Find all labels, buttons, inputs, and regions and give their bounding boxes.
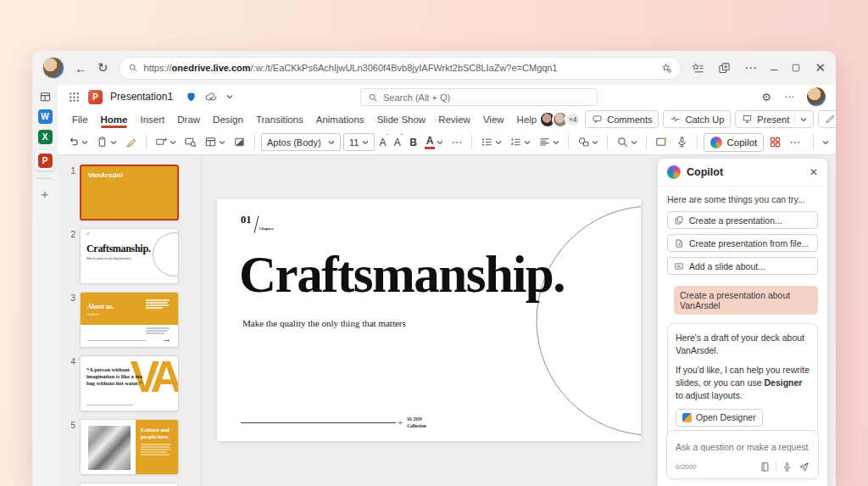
tab-help[interactable]: Help — [511, 112, 543, 127]
tab-groups-icon[interactable] — [718, 62, 731, 75]
presence-avatars[interactable]: +4 — [543, 111, 581, 128]
layout-button[interactable] — [202, 133, 228, 152]
align-icon — [538, 136, 551, 148]
designer-pane-button[interactable] — [766, 133, 784, 152]
tab-transitions[interactable]: Transitions — [250, 112, 309, 127]
browser-profile-avatar[interactable] — [42, 57, 64, 79]
new-slide-button[interactable] — [153, 133, 179, 152]
search-box[interactable] — [360, 88, 598, 106]
catch-up-pulse-icon — [670, 114, 681, 125]
present-button[interactable]: Present — [735, 110, 814, 128]
thumbnail-item-4[interactable]: 4 VA “A person without imagination is li… — [63, 355, 201, 411]
minimize-icon[interactable]: – — [771, 61, 777, 75]
prompt-guide-icon[interactable] — [760, 461, 771, 472]
designer-sparkle-icon — [655, 136, 668, 148]
font-size-select[interactable]: 11 — [343, 133, 375, 151]
copilot-input-box[interactable]: 0/2000 — [666, 430, 819, 479]
thumbnail-item-1[interactable]: 1 VanArsdel — [63, 165, 201, 221]
word-app-icon[interactable]: W — [38, 109, 53, 124]
back-icon[interactable]: ← — [75, 61, 87, 75]
rail-add-icon[interactable]: + — [42, 187, 49, 201]
settings-gear-icon[interactable]: ⚙ — [761, 91, 771, 103]
editing-mode-button[interactable]: Editing — [818, 110, 836, 128]
suggestion-create-from-file[interactable]: Create presentation from file... — [667, 234, 818, 252]
search-input[interactable] — [383, 92, 590, 103]
comments-button[interactable]: Comments — [585, 110, 659, 128]
thumbnail-slide-4[interactable]: VA “A person without imagination is like… — [80, 355, 179, 411]
tab-insert[interactable]: Insert — [134, 112, 170, 127]
shapes-button[interactable] — [575, 133, 601, 152]
thumbnail-slide-3[interactable]: About us. VanArsdel → — [80, 292, 179, 348]
thumbnail-item-2[interactable]: 2 01 Craftsmanship. Make the quality the… — [63, 228, 201, 284]
slide-subtitle[interactable]: Make the quality the only thing that mat… — [242, 318, 406, 328]
saved-to-cloud-icon[interactable] — [204, 91, 219, 103]
tab-design[interactable]: Design — [207, 112, 249, 127]
thumbnail-number: 1 — [63, 165, 75, 221]
collapse-ribbon-chevron-icon[interactable] — [822, 140, 829, 145]
ribbon-more-button[interactable]: ⋯ — [787, 136, 804, 148]
catch-up-button[interactable]: Catch Up — [663, 110, 731, 128]
suggestion-create-presentation[interactable]: Create a presentation... — [667, 211, 818, 229]
grow-font-button[interactable]: Aˆ — [377, 137, 389, 148]
thumbnail-item-3[interactable]: 3 About us. VanArsdel → — [63, 292, 201, 348]
find-button[interactable] — [614, 133, 640, 152]
address-bar[interactable]: https://onedrive.live.com/:w:/t/EaCKkPs6… — [119, 57, 682, 80]
thumbnail-slide-5[interactable]: Culture and people here. — [80, 419, 179, 475]
tab-home[interactable]: Home — [95, 112, 134, 127]
open-designer-button[interactable]: Open Designer — [676, 409, 763, 427]
copilot-prompt-input[interactable] — [676, 442, 810, 452]
suggestion-add-slide[interactable]: Add a slide about... — [667, 257, 818, 275]
favorite-star-icon[interactable] — [661, 63, 672, 74]
browser-more-icon[interactable]: ⋯ — [744, 60, 757, 75]
app-launcher-waffle-icon[interactable] — [68, 91, 81, 103]
slide-title[interactable]: Craftsmanship. — [239, 249, 565, 300]
presence-count-badge[interactable]: +4 — [565, 111, 581, 127]
tab-slideshow[interactable]: Slide Show — [371, 112, 432, 127]
tab-file[interactable]: File — [66, 112, 94, 127]
chapter-block[interactable]: 01 Chapter — [241, 214, 274, 233]
copilot-close-icon[interactable]: ✕ — [810, 166, 818, 178]
designer-button[interactable] — [653, 133, 670, 152]
refresh-icon[interactable]: ↻ — [97, 60, 108, 75]
close-window-icon[interactable]: ✕ — [815, 60, 826, 75]
document-title[interactable]: Presentation1 — [110, 91, 173, 103]
bold-button[interactable]: B — [407, 137, 420, 148]
thumbnail-slide-1[interactable]: VanArsdel — [80, 165, 179, 221]
current-slide[interactable]: 01 Chapter Craftsmanship. Make the quali… — [217, 199, 641, 441]
voice-input-mic-icon[interactable] — [782, 461, 793, 472]
bullets-button[interactable] — [478, 133, 504, 152]
save-status-chevron-icon[interactable] — [226, 94, 233, 99]
favorites-bar-icon[interactable] — [692, 62, 704, 75]
excel-app-icon[interactable]: X — [38, 130, 53, 144]
align-button[interactable] — [536, 133, 562, 152]
thumbnail-item-5[interactable]: 5 Culture and people here. — [63, 419, 201, 475]
dictate-button[interactable] — [673, 133, 691, 152]
font-more-button[interactable]: ⋯ — [448, 136, 465, 148]
shrink-font-button[interactable]: Aˇ — [392, 137, 404, 148]
font-name-select[interactable]: Aptos (Body) — [261, 133, 341, 151]
paste-button[interactable] — [93, 133, 120, 152]
send-icon[interactable] — [798, 461, 810, 472]
powerpoint-app-selected[interactable]: P — [35, 150, 55, 170]
present-chevron-icon[interactable] — [800, 117, 807, 122]
account-avatar[interactable] — [807, 87, 826, 106]
font-color-button[interactable]: A — [422, 133, 447, 152]
maximize-icon[interactable] — [791, 63, 801, 73]
tab-animations[interactable]: Animations — [310, 112, 370, 127]
copilot-ribbon-button[interactable]: Copilot — [704, 133, 764, 152]
tab-review[interactable]: Review — [432, 112, 476, 127]
numbering-button[interactable] — [507, 133, 533, 152]
header-more-icon[interactable]: ⋯ — [784, 91, 794, 103]
app-switcher-icon[interactable] — [39, 91, 52, 103]
undo-button[interactable] — [64, 133, 91, 152]
format-painter-button[interactable] — [122, 133, 140, 152]
thumbnail-slide-6-partial[interactable] — [80, 483, 179, 486]
character-count: 0/2000 — [676, 463, 760, 471]
reuse-slides-button[interactable] — [181, 133, 199, 152]
thumbnail-slide-2[interactable]: 01 Craftsmanship. Make the quality the o… — [80, 228, 179, 284]
new-slide-icon — [155, 136, 168, 148]
reset-slide-button[interactable] — [231, 133, 248, 152]
tab-draw[interactable]: Draw — [171, 112, 206, 127]
font-name-chevron-icon — [328, 140, 335, 145]
tab-view[interactable]: View — [477, 112, 510, 127]
